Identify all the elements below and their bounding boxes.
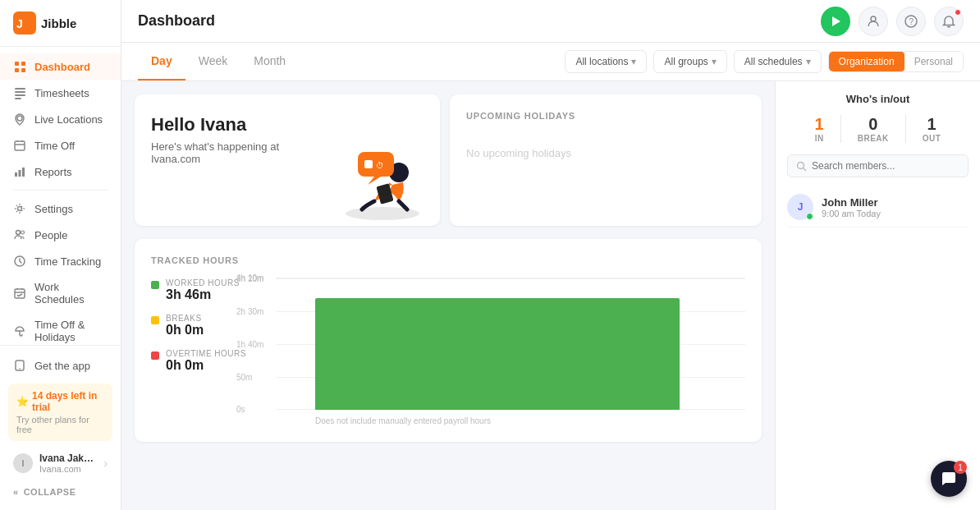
tab-week[interactable]: Week (185, 43, 241, 80)
holidays-card: UPCOMING HOLIDAYS No upcoming holidays (450, 94, 762, 226)
svg-text:?: ? (909, 17, 914, 26)
collapse-icon: « (13, 487, 19, 497)
svg-rect-3 (21, 62, 25, 66)
sidebar-item-time-off[interactable]: Time Off (0, 132, 121, 159)
svg-rect-8 (15, 94, 25, 96)
chat-badge: 1 (954, 461, 967, 474)
grid-label-3h20m: 3h 20m (236, 274, 263, 283)
sidebar-item-time-tracking[interactable]: Time Tracking (0, 248, 121, 274)
bar-chart-icon (13, 165, 26, 178)
overtime-stat: OVERTIME HOURS 0h 0m (151, 349, 258, 373)
main: Dashboard ? Day Week Month All l (121, 0, 980, 510)
member-avatar: J (787, 194, 813, 220)
users-icon (13, 228, 26, 241)
svg-point-26 (871, 16, 876, 21)
sidebar-item-timesheets[interactable]: Timesheets (0, 80, 121, 106)
hello-card: Hello Ivana Here's what's happening at I… (135, 94, 440, 226)
schedules-filter[interactable]: All schedules ▾ (734, 50, 822, 73)
user-info: Ivana Jakovljevic Ivana.com (39, 453, 97, 474)
topbar-right: ? (821, 7, 964, 36)
clock-icon (13, 255, 26, 268)
notifications-button[interactable] (934, 7, 964, 36)
sidebar: J Jibble Dashboard Timesheets Live Locat… (0, 0, 121, 510)
chevron-down-icon: ▾ (712, 56, 717, 67)
chevron-right-icon: › (103, 457, 108, 470)
user-name: Ivana Jakovljevic (39, 453, 97, 464)
dashboard-left: Hello Ivana Here's what's happening at I… (121, 81, 775, 510)
whos-inout-panel: Who's in/out 1 IN 0 BREAK 1 OUT (775, 81, 980, 510)
tab-month[interactable]: Month (240, 43, 299, 80)
user-row[interactable]: I Ivana Jakovljevic Ivana.com › (0, 446, 121, 480)
count-divider-1 (840, 115, 841, 143)
tracked-stats: WORKED HOURS 3h 46m BREAKS 0h 0m (151, 278, 258, 425)
tab-day[interactable]: Day (138, 43, 185, 80)
svg-rect-12 (15, 172, 17, 177)
sidebar-item-settings[interactable]: Settings (0, 195, 121, 222)
svg-point-24 (19, 368, 21, 370)
filters: All locations ▾ All groups ▾ All schedul… (565, 50, 964, 73)
sidebar-item-live-locations[interactable]: Live Locations (0, 106, 121, 132)
svg-rect-14 (22, 168, 25, 177)
online-status-dot (806, 213, 813, 220)
trial-title: ⭐ 14 days left in trial (16, 390, 104, 413)
chart: 4h 10m 3h 20m 2h 30m 1h 40m (315, 278, 745, 410)
search-icon (796, 161, 807, 172)
sidebar-item-people[interactable]: People (0, 222, 121, 248)
profile-button[interactable] (859, 7, 888, 36)
member-search[interactable] (787, 154, 969, 177)
umbrella-icon (13, 324, 26, 338)
get-app-item[interactable]: Get the app (0, 352, 121, 379)
grid-label-1h40m: 1h 40m (236, 340, 263, 349)
logo[interactable]: J Jibble (0, 0, 121, 47)
sidebar-item-time-off-holidays[interactable]: Time Off & Holidays (0, 312, 121, 345)
sidebar-item-work-schedules[interactable]: Work Schedules (0, 274, 121, 312)
jibble-logo: J (13, 11, 36, 34)
chat-bubble[interactable]: 1 (931, 461, 967, 497)
overtime-dot (151, 351, 159, 360)
locations-filter[interactable]: All locations ▾ (565, 50, 647, 73)
sidebar-item-dashboard[interactable]: Dashboard (0, 53, 121, 80)
whos-counts: 1 IN 0 BREAK 1 OUT (787, 115, 969, 143)
svg-marker-33 (368, 177, 381, 185)
svg-point-16 (16, 231, 21, 235)
user-avatar: I (13, 453, 33, 473)
collapse-button[interactable]: « COLLAPSE (0, 480, 121, 503)
svg-point-10 (17, 116, 22, 121)
user-email: Ivana.com (39, 464, 97, 474)
chart-container: 4h 10m 3h 20m 2h 30m 1h 40m (274, 278, 745, 425)
svg-text:⏱: ⏱ (376, 161, 384, 170)
svg-rect-31 (376, 183, 393, 204)
svg-rect-5 (21, 68, 25, 72)
tabs-bar: Day Week Month All locations ▾ All group… (121, 43, 980, 81)
map-pin-icon (13, 113, 26, 126)
holidays-empty: No upcoming holidays (466, 131, 745, 176)
sidebar-nav: Dashboard Timesheets Live Locations Time… (0, 47, 121, 345)
dashboard-area: Hello Ivana Here's what's happening at I… (121, 81, 980, 510)
trial-banner[interactable]: ⭐ 14 days left in trial Try other plans … (8, 384, 112, 441)
in-count: 1 IN (815, 115, 824, 143)
mobile-icon (13, 359, 26, 372)
svg-rect-13 (19, 170, 21, 177)
svg-point-15 (18, 207, 22, 211)
svg-rect-6 (15, 88, 25, 90)
member-details: John Miller 9:00 am Today (822, 196, 881, 218)
grid-label-2h30m: 2h 30m (236, 307, 263, 316)
personal-button[interactable]: Personal (904, 52, 963, 71)
settings-icon (13, 202, 26, 215)
groups-filter[interactable]: All groups ▾ (653, 50, 726, 73)
svg-rect-19 (15, 289, 25, 298)
chevron-down-icon: ▾ (631, 56, 636, 67)
sidebar-item-reports[interactable]: Reports (0, 159, 121, 185)
page-title: Dashboard (138, 12, 215, 30)
tracked-hours-card: TRACKED HOURS WORKED HOURS 3h 46m (135, 239, 762, 442)
help-button[interactable]: ? (896, 7, 926, 36)
search-input[interactable] (812, 160, 959, 172)
play-button[interactable] (821, 7, 850, 36)
trial-sub: Try other plans for free (16, 415, 104, 434)
tracked-title: TRACKED HOURS (151, 255, 745, 265)
nav-divider (13, 190, 108, 191)
svg-point-17 (21, 231, 25, 234)
org-button[interactable]: Organization (829, 52, 904, 71)
svg-rect-7 (15, 91, 25, 93)
chevron-down-icon: ▾ (806, 56, 811, 67)
